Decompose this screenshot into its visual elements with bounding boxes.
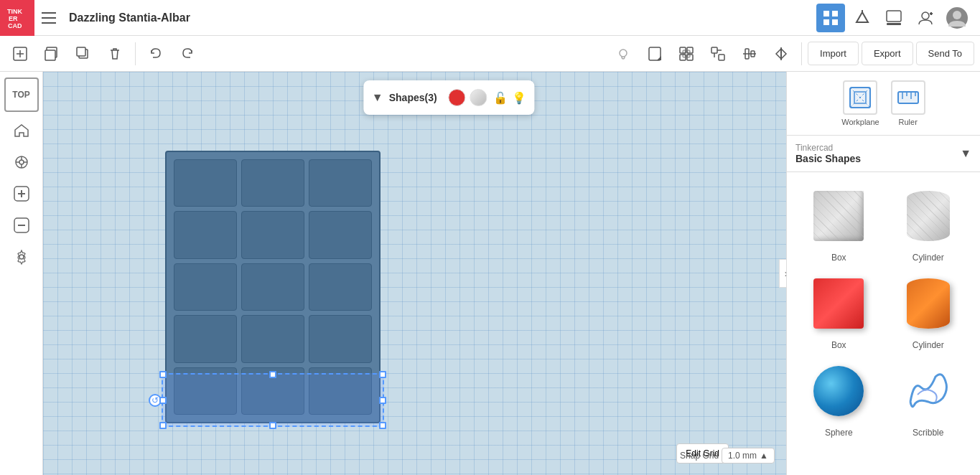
app-logo[interactable]: TINK ER CAD	[0, 0, 34, 36]
resize-handle-tr[interactable]	[379, 371, 386, 378]
color-gray-circle[interactable]	[470, 89, 487, 106]
profile-avatar[interactable]	[943, 4, 971, 32]
home-view-button[interactable]	[9, 118, 34, 144]
undo-button[interactable]	[141, 39, 170, 68]
workplane-icon	[843, 80, 877, 115]
svg-rect-9	[823, 19, 829, 25]
grid-cell	[309, 263, 372, 311]
grid-cell	[174, 211, 237, 258]
delete-button[interactable]	[101, 39, 129, 68]
svg-rect-8	[832, 11, 838, 17]
project-name[interactable]: Dazzling Stantia-Albar	[63, 11, 816, 24]
gallery-button[interactable]	[879, 4, 908, 32]
new-shape-button[interactable]	[6, 39, 34, 68]
selection-box[interactable]: ↺	[162, 373, 384, 427]
ruler-button[interactable]: Ruler	[891, 80, 925, 126]
settings-button[interactable]	[9, 244, 34, 270]
workplane-label: Workplane	[841, 118, 879, 126]
shape-scribble-item[interactable]: Scribble	[888, 359, 969, 438]
group-button[interactable]	[672, 39, 701, 68]
import-button[interactable]: Import	[808, 42, 859, 65]
ruler-label: Ruler	[899, 118, 918, 126]
canvas-area[interactable]: ▼ Shapes(3) 🔓 💡	[43, 72, 786, 475]
shape-cylinder-wire-label: Cylinder	[913, 253, 944, 263]
snap-grid-control: Snap Grid 1.0 mm ▲	[680, 448, 775, 464]
shapes-selection-panel: ▼ Shapes(3) 🔓 💡	[363, 80, 535, 115]
resize-handle-tm[interactable]	[269, 371, 276, 378]
shapes-category-value: Basic Shapes	[795, 153, 861, 164]
shape-box-red-label: Box	[831, 340, 846, 350]
align-button[interactable]	[735, 39, 764, 68]
shape-sphere-blue-thumb	[806, 359, 871, 423]
resize-handle-ml[interactable]	[159, 397, 167, 404]
resize-handle-br[interactable]	[379, 422, 386, 429]
zoom-out-button[interactable]	[9, 212, 34, 238]
svg-rect-27	[649, 47, 661, 60]
svg-point-44	[19, 160, 24, 164]
snap-grid-value[interactable]: 1.0 mm ▲	[722, 448, 775, 464]
shape-cylinder-orange-visual	[907, 278, 950, 329]
main-area: TOP	[0, 72, 980, 475]
shape-scribble-label: Scribble	[913, 428, 943, 438]
svg-rect-6	[42, 22, 56, 24]
light-toggle-button[interactable]	[609, 39, 638, 68]
color-red-circle[interactable]	[449, 89, 466, 106]
shapes-category-dropdown[interactable]: Tinkercad Basic Shapes ▼	[787, 136, 980, 172]
lock-icon[interactable]: 🔓	[493, 91, 508, 105]
grid-cell	[241, 211, 304, 258]
shape-cylinder-wire-thumb	[896, 184, 961, 248]
resize-handle-tl[interactable]	[159, 371, 167, 378]
workplane-button[interactable]: Workplane	[841, 80, 879, 126]
shape-cylinder-orange-thumb	[896, 271, 961, 336]
reset-view-button[interactable]	[9, 149, 34, 175]
resize-handle-mr[interactable]	[379, 397, 386, 404]
svg-rect-23	[45, 50, 55, 60]
svg-rect-25	[77, 47, 85, 56]
shape-box-wire-item[interactable]: Box	[798, 184, 879, 263]
build-button[interactable]	[848, 4, 877, 32]
snap-grid-chevron-icon: ▲	[760, 451, 768, 461]
resize-handle-bm[interactable]	[269, 422, 276, 429]
note-button[interactable]	[640, 39, 669, 68]
grid-cell	[174, 159, 237, 207]
svg-rect-33	[711, 47, 717, 53]
grid-cell	[241, 263, 304, 311]
add-user-button[interactable]	[911, 4, 940, 32]
duplicate-button[interactable]	[69, 39, 98, 68]
svg-point-26	[620, 50, 627, 57]
shape-scribble-visual	[903, 366, 953, 416]
toolbar-right-section: Import Export Send To	[609, 39, 974, 68]
shape-box-red-thumb	[806, 271, 871, 336]
menu-button[interactable]	[34, 0, 63, 36]
view-perspective-label[interactable]: TOP	[4, 77, 39, 112]
panel-expand-handle[interactable]: ›	[779, 259, 786, 288]
send-to-button[interactable]: Send To	[916, 42, 974, 65]
svg-marker-42	[781, 49, 786, 59]
export-button[interactable]: Export	[862, 42, 913, 65]
ruler-icon	[891, 80, 925, 115]
visibility-icon[interactable]: 💡	[512, 91, 526, 105]
resize-handle-bl[interactable]	[159, 422, 167, 429]
shape-sphere-blue-item[interactable]: Sphere	[798, 359, 879, 438]
grid-view-button[interactable]	[816, 4, 845, 32]
ungroup-button[interactable]	[704, 39, 732, 68]
top-bar: TINK ER CAD Dazzling Stantia-Albar	[0, 0, 980, 36]
shape-box-red-item[interactable]: Box	[798, 271, 879, 350]
flip-button[interactable]	[767, 39, 795, 68]
shapes-collapse-button[interactable]: ▼	[372, 91, 383, 104]
svg-point-14	[922, 12, 929, 19]
right-panel: Workplane Ruler Tinkercad B	[786, 72, 980, 475]
svg-rect-32	[683, 50, 690, 57]
shape-cylinder-orange-item[interactable]: Cylinder	[888, 271, 969, 350]
shape-cylinder-wire-item[interactable]: Cylinder	[888, 184, 969, 263]
left-sidebar: TOP	[0, 72, 43, 475]
snap-grid-label: Snap Grid	[680, 451, 719, 461]
zoom-in-button[interactable]	[9, 181, 34, 207]
copy-to-plane-button[interactable]	[37, 39, 66, 68]
redo-button[interactable]	[173, 39, 202, 68]
shapes-category-info: Tinkercad Basic Shapes	[795, 143, 861, 164]
shapes-dropdown-arrow-icon[interactable]: ▼	[960, 147, 971, 160]
shape-sphere-blue-visual	[813, 366, 864, 416]
canvas-3d-object[interactable]: ↺	[165, 151, 381, 423]
shape-sphere-blue-label: Sphere	[825, 428, 853, 438]
